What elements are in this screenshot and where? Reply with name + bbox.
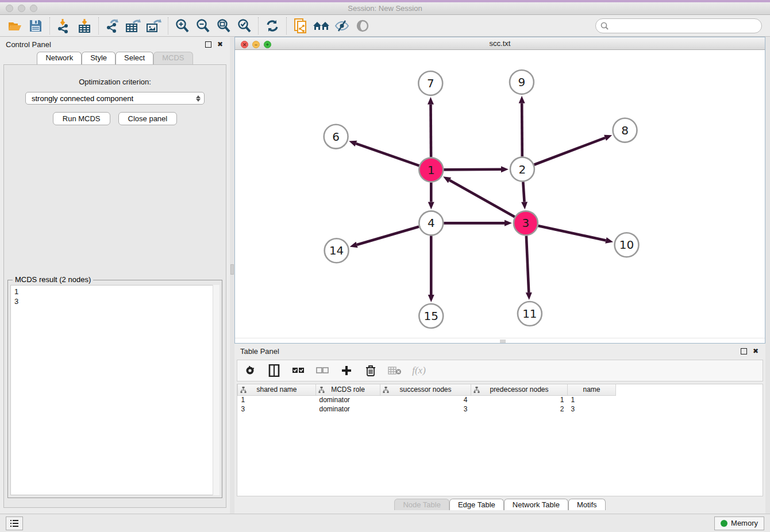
table-settings-button[interactable]	[243, 364, 257, 377]
zoom-fit-button[interactable]	[213, 17, 234, 35]
application-window: Session: New Session	[0, 0, 770, 532]
mcds-result-text[interactable]: 13	[10, 285, 220, 495]
minimize-network-button[interactable]: −	[252, 41, 260, 48]
apply-layout-button[interactable]	[262, 17, 283, 35]
column-header-predecessor-nodes[interactable]: predecessor nodes	[471, 384, 568, 395]
optimization-criterion-select[interactable]: strongly connected component	[25, 92, 205, 105]
hide-panels-button[interactable]	[332, 17, 352, 35]
close-panel-icon[interactable]: ✖	[216, 40, 224, 48]
arrowhead-icon	[349, 141, 357, 147]
column-header-shared-name[interactable]: shared name	[238, 384, 316, 395]
result-line: 1	[14, 287, 215, 296]
arrowhead-icon	[505, 220, 512, 226]
open-session-button[interactable]	[5, 17, 25, 35]
node-label-9: 9	[518, 75, 526, 89]
columns-icon	[268, 364, 280, 377]
column-header-name[interactable]: name	[568, 384, 616, 395]
add-row-button[interactable]	[340, 364, 353, 377]
tab-motifs[interactable]: Motifs	[568, 499, 606, 510]
node-label-3: 3	[522, 217, 530, 230]
edge-3-10[interactable]	[538, 226, 606, 240]
search-field[interactable]	[595, 18, 762, 33]
minimize-window-button[interactable]	[18, 5, 25, 12]
select-all-button[interactable]	[291, 364, 305, 377]
unchecked-boxes-icon	[316, 367, 329, 375]
memory-button[interactable]: Memory	[714, 516, 764, 530]
edge-1-6[interactable]	[356, 144, 419, 165]
control-panel: Control Panel ✖ NetworkStyleSelectMCDS O…	[0, 37, 230, 514]
column-chooser-button[interactable]	[267, 364, 281, 377]
tab-select[interactable]: Select	[116, 52, 153, 64]
delete-table-button[interactable]	[388, 364, 402, 377]
zoom-out-button[interactable]	[192, 17, 213, 35]
table-tabs: Node TableEdge TableNetwork TableMotifs	[234, 496, 765, 514]
cell-mcds-role: dominator	[316, 395, 380, 404]
maximize-network-button[interactable]: +	[264, 41, 271, 48]
tab-network[interactable]: Network	[37, 52, 82, 64]
first-neighbors-button[interactable]	[311, 17, 332, 35]
import-network-button[interactable]	[53, 17, 74, 35]
float-table-panel-icon[interactable]	[741, 348, 747, 354]
zoom-selected-button[interactable]	[234, 17, 255, 35]
show-panels-button[interactable]	[352, 17, 373, 35]
close-window-button[interactable]	[6, 5, 13, 12]
close-table-panel-icon[interactable]: ✖	[752, 347, 760, 355]
tab-edge-table[interactable]: Edge Table	[449, 499, 504, 510]
table-row[interactable]: 1dominator411	[238, 395, 616, 404]
edge-2-3[interactable]	[523, 182, 524, 202]
edge-3-11[interactable]	[526, 236, 529, 293]
column-header-mcds-role[interactable]: MCDS role	[316, 384, 380, 395]
node-label-7: 7	[427, 76, 434, 90]
delete-row-button[interactable]	[364, 364, 378, 377]
edge-1-2[interactable]	[444, 169, 501, 170]
gear-icon	[244, 365, 256, 376]
save-floppy-icon	[29, 19, 43, 33]
toolbar-separator	[98, 17, 99, 34]
arrowhead-icon	[428, 202, 434, 210]
panel-splitter[interactable]	[230, 37, 234, 514]
edge-1-7[interactable]	[431, 105, 432, 157]
search-input[interactable]	[612, 21, 757, 30]
edge-2-9[interactable]	[522, 103, 522, 157]
result-scrollbar[interactable]	[213, 285, 220, 495]
dropdown-stepper-icon	[196, 95, 201, 102]
window-title: Session: New Session	[348, 4, 422, 13]
task-history-button[interactable]	[6, 516, 23, 530]
plus-icon	[341, 365, 352, 376]
checked-boxes-icon	[292, 367, 305, 375]
save-session-button[interactable]	[25, 17, 46, 35]
node-label-14: 14	[329, 244, 344, 258]
tab-style[interactable]: Style	[82, 52, 116, 64]
network-graph[interactable]: 7968124314101511	[235, 50, 765, 338]
network-window-titlebar[interactable]: ✕ − + scc.txt	[235, 37, 765, 50]
export-image-button[interactable]	[144, 17, 164, 35]
export-network-button[interactable]	[102, 17, 123, 35]
run-mcds-button[interactable]: Run MCDS	[53, 112, 110, 125]
export-table-button[interactable]	[123, 17, 144, 35]
close-network-button[interactable]: ✕	[241, 41, 248, 48]
zoom-in-button[interactable]	[172, 17, 192, 35]
column-header-successor-nodes[interactable]: successor nodes	[380, 384, 471, 395]
float-panel-icon[interactable]	[205, 41, 211, 48]
edge-4-14[interactable]	[357, 227, 419, 245]
column-label: MCDS role	[331, 385, 365, 394]
network-canvas[interactable]: 7968124314101511	[235, 50, 765, 338]
clone-network-button[interactable]	[290, 17, 311, 35]
apply-function-button[interactable]: f(x)	[412, 364, 426, 377]
maximize-window-button[interactable]	[30, 5, 37, 12]
import-table-button[interactable]	[74, 17, 95, 35]
column-label: predecessor nodes	[490, 385, 548, 394]
edge-2-8[interactable]	[534, 138, 605, 165]
toolbar-separator	[286, 17, 287, 34]
edge-3-1[interactable]	[449, 180, 514, 217]
tab-network-table[interactable]: Network Table	[504, 499, 568, 510]
table-row[interactable]: 3dominator323	[238, 404, 616, 414]
close-panel-button[interactable]: Close panel	[118, 112, 178, 125]
tab-node-table[interactable]: Node Table	[394, 499, 449, 510]
deselect-all-button[interactable]	[315, 364, 329, 377]
node-label-2: 2	[519, 163, 526, 176]
canvas-scroll-grip[interactable]	[500, 340, 506, 343]
splitter-grip[interactable]	[230, 264, 234, 275]
tab-mcds[interactable]: MCDS	[153, 52, 192, 64]
hierarchy-icon	[240, 387, 247, 393]
